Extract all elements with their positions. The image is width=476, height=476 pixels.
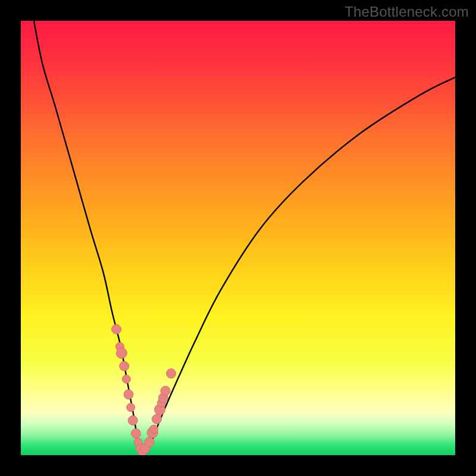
svg-rect-0 [21, 21, 455, 455]
watermark-text: TheBottleneck.com [345, 4, 469, 20]
plot-area [21, 21, 455, 455]
chart-stage: TheBottleneck.com [0, 0, 476, 476]
gradient-background [21, 21, 455, 455]
